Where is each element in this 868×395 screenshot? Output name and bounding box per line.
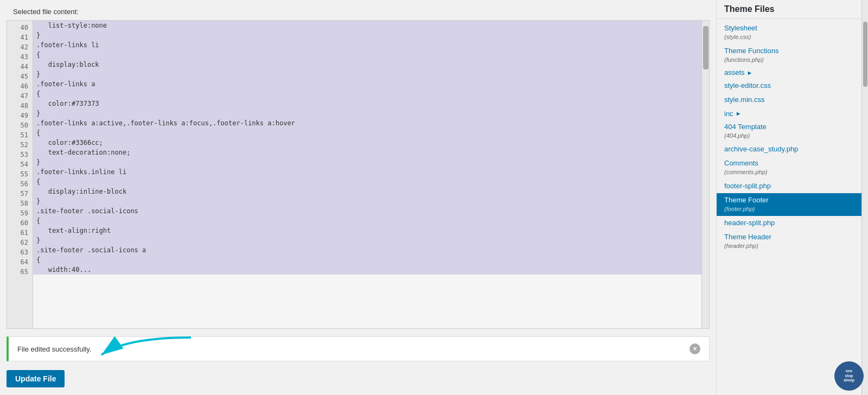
file-item[interactable]: header-split.php — [717, 216, 868, 230]
file-item[interactable]: Comments (comments.php) — [717, 156, 868, 179]
file-name: header-split.php — [724, 218, 860, 228]
folder-name: inc — [724, 110, 733, 118]
file-sub: (style.css) — [724, 33, 860, 41]
notification-message: File edited successfully. — [17, 345, 91, 353]
code-line: { — [33, 216, 701, 226]
file-sub: (functions.php) — [724, 56, 860, 64]
line-number: 46 — [7, 81, 33, 91]
line-number: 51 — [7, 130, 33, 140]
logo-text: onestopsheep — [844, 369, 854, 383]
line-number: 45 — [7, 72, 33, 81]
file-item[interactable]: style.min.css — [717, 93, 868, 107]
sidebar-scrollbar[interactable] — [861, 0, 868, 395]
selected-file-label: Selected file content: — [7, 3, 710, 20]
code-line: .footer-links a — [33, 79, 701, 89]
file-name: Theme Header — [724, 232, 860, 242]
line-number: 56 — [7, 179, 33, 189]
file-name: style.min.css — [724, 95, 860, 105]
close-notification-button[interactable]: × — [690, 343, 700, 354]
code-line: } — [33, 235, 701, 245]
code-line: color:#3366cc; — [33, 138, 701, 148]
file-item[interactable]: Stylesheet (style.css) — [717, 21, 868, 44]
file-name: Stylesheet — [724, 23, 860, 33]
notification-bar: File edited successfully. × — [7, 336, 710, 361]
code-line: } — [33, 30, 701, 40]
code-line: { — [33, 177, 701, 187]
line-number: 55 — [7, 169, 33, 179]
line-number: 50 — [7, 120, 33, 130]
editor-footer: Update File — [7, 366, 710, 392]
line-number: 57 — [7, 189, 33, 199]
line-number: 42 — [7, 42, 33, 52]
file-name: Theme Functions — [724, 46, 860, 56]
line-number: 61 — [7, 228, 33, 238]
editor-panel: Selected file content: 40414243444546474… — [0, 0, 716, 395]
file-name: style-editor.css — [724, 81, 860, 91]
code-line: color:#737373 — [33, 99, 701, 109]
code-line: } — [33, 196, 701, 206]
file-sub: (comments.php) — [724, 168, 860, 176]
file-item[interactable]: Theme Header (header.php) — [717, 230, 868, 253]
file-sub: (header.php) — [724, 242, 860, 250]
vertical-scrollbar[interactable] — [701, 21, 709, 328]
line-number: 48 — [7, 101, 33, 111]
code-line: .site-footer .social-icons — [33, 206, 701, 216]
file-item[interactable]: Theme Footer (footer.php) — [717, 193, 868, 216]
file-list: Stylesheet (style.css) Theme Functions (… — [717, 19, 868, 395]
line-number: 47 — [7, 91, 33, 101]
sidebar-scrollbar-thumb[interactable] — [863, 22, 867, 87]
file-item[interactable]: archive-case_study.php — [717, 142, 868, 156]
line-number: 59 — [7, 208, 33, 218]
line-number: 58 — [7, 199, 33, 208]
code-line: display:inline-block — [33, 187, 701, 196]
line-numbers: 4041424344454647484950515253545556575859… — [7, 21, 33, 328]
file-sub: (footer.php) — [724, 205, 860, 213]
code-editor-wrapper[interactable]: 4041424344454647484950515253545556575859… — [7, 20, 710, 329]
code-line: display:block — [33, 60, 701, 69]
line-number: 62 — [7, 238, 33, 247]
code-line: { — [33, 50, 701, 60]
file-name: Comments — [724, 158, 860, 168]
update-file-button[interactable]: Update File — [7, 370, 65, 387]
line-number: 54 — [7, 160, 33, 169]
line-number: 53 — [7, 150, 33, 160]
file-name: 404 Template — [724, 122, 860, 132]
code-line: width:40... — [33, 265, 701, 275]
file-item[interactable]: Theme Functions (functions.php) — [717, 44, 868, 67]
file-item[interactable]: style-editor.css — [717, 79, 868, 93]
code-line: { — [33, 255, 701, 265]
code-line: { — [33, 89, 701, 99]
code-line: .site-footer .social-icons a — [33, 245, 701, 255]
folder-name: assets — [724, 68, 745, 77]
sidebar-title: Theme Files — [717, 0, 868, 19]
file-sub: (404.php) — [724, 132, 860, 140]
line-number: 65 — [7, 267, 33, 277]
logo-circle: onestopsheep — [834, 361, 864, 391]
folder-item[interactable]: assets ► — [717, 66, 868, 79]
scrollbar-thumb[interactable] — [703, 26, 709, 69]
code-line: } — [33, 157, 701, 167]
code-content[interactable]: list-style:none}.footer-links li{ displa… — [33, 21, 701, 328]
line-number: 52 — [7, 140, 33, 150]
code-line: list-style:none — [33, 21, 701, 30]
code-line: text-decoration:none; — [33, 148, 701, 157]
file-name: footer-split.php — [724, 181, 860, 191]
file-name: archive-case_study.php — [724, 144, 860, 154]
line-number: 49 — [7, 111, 33, 120]
line-number: 41 — [7, 33, 33, 42]
code-line: .footer-links a:active,.footer-links a:f… — [33, 118, 701, 128]
line-number: 40 — [7, 23, 33, 33]
folder-item[interactable]: inc ► — [717, 107, 868, 120]
file-item[interactable]: footer-split.php — [717, 179, 868, 193]
line-number: 44 — [7, 62, 33, 72]
line-number: 43 — [7, 52, 33, 62]
folder-arrow-icon: ► — [747, 69, 753, 76]
code-line: .footer-links li — [33, 40, 701, 50]
file-item[interactable]: 404 Template (404.php) — [717, 120, 868, 143]
line-number: 64 — [7, 257, 33, 267]
code-line: { — [33, 128, 701, 138]
code-line: } — [33, 69, 701, 79]
line-number: 60 — [7, 218, 33, 228]
code-line: text-align:right — [33, 226, 701, 235]
theme-files-sidebar: Theme Files Stylesheet (style.css) Theme… — [716, 0, 868, 395]
